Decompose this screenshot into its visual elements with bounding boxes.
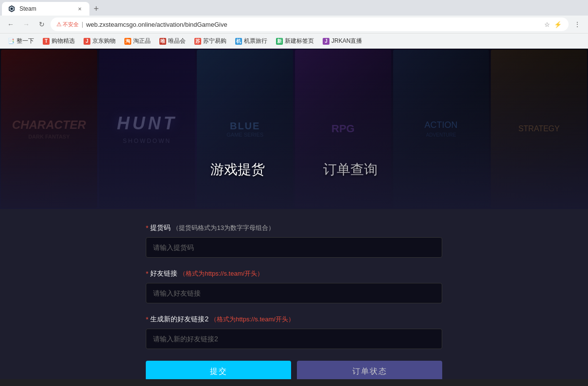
required-star-1: *: [146, 224, 148, 232]
button-row: 提交 订单状态: [146, 361, 442, 379]
tab-bar: Steam ✕ +: [0, 0, 588, 16]
bookmark-item[interactable]: 机 机票旅行: [231, 35, 271, 47]
label-main-2: 好友链接: [150, 269, 177, 278]
bookmark-item[interactable]: J JRKAN直播: [319, 35, 366, 47]
bookmark-favicon: J: [323, 38, 329, 45]
label-hint-1: （提货码格式为13为数字字母组合）: [173, 224, 274, 232]
pickup-code-group: * 提货码 （提货码格式为13为数字字母组合）: [146, 224, 442, 258]
label-hint-red-2: （格式为https://s.team/开头）: [179, 269, 263, 278]
bookmark-item[interactable]: 📑 整一下: [4, 35, 38, 47]
bookmark-item[interactable]: T 购物精选: [39, 35, 79, 47]
address-container[interactable]: ⚠ 不安全 | web.zxsteamcsgo.online/activatio…: [51, 18, 569, 31]
tab-close-button[interactable]: ✕: [76, 5, 84, 13]
nav-tab-pickup[interactable]: 游戏提货: [201, 156, 275, 184]
required-star-3: *: [146, 316, 148, 323]
pickup-code-input[interactable]: [146, 237, 442, 258]
bookmark-item[interactable]: 淘 淘正品: [121, 35, 155, 47]
address-icons: ☆ ⚡: [542, 19, 563, 29]
bookmark-icon[interactable]: ☆: [542, 19, 552, 29]
required-star-2: *: [146, 270, 148, 278]
address-bar-row: ← → ↻ ⚠ 不安全 | web.zxsteamcsgo.online/act…: [0, 16, 588, 33]
nav-tab-order[interactable]: 订单查询: [313, 156, 387, 184]
bookmark-favicon: 新: [276, 38, 283, 45]
bookmark-favicon: 📑: [8, 38, 15, 44]
bookmark-favicon: 唯: [159, 38, 166, 45]
svg-point-2: [11, 8, 13, 10]
bookmark-favicon: J: [84, 38, 90, 45]
pickup-code-label: * 提货码 （提货码格式为13为数字字母组合）: [146, 224, 442, 232]
address-divider: |: [82, 21, 83, 28]
friend-link-input[interactable]: [146, 283, 442, 303]
nav-tabs: 游戏提货 订单查询: [0, 49, 588, 184]
bookmark-favicon: 机: [235, 38, 242, 45]
friend-link-group: * 好友链接 （格式为https://s.team/开头）: [146, 269, 442, 303]
new-tab-button[interactable]: +: [89, 2, 103, 16]
address-text: web.zxsteamcsgo.online/activation/bindGa…: [86, 21, 539, 28]
tab-favicon: [8, 5, 16, 13]
extension-icon[interactable]: ⚡: [553, 19, 563, 29]
tab-title: Steam: [19, 5, 72, 12]
label-main-1: 提货码: [150, 224, 171, 232]
bookmark-favicon: 淘: [124, 38, 131, 45]
bookmark-item[interactable]: 苏 苏宁易购: [190, 35, 230, 47]
new-friend-link-label: * 生成新的好友链接2 （格式为https://s.team/开头）: [146, 315, 442, 324]
submit-button[interactable]: 提交: [146, 361, 291, 379]
label-main-3: 生成新的好友链接2: [150, 315, 208, 324]
warning-icon: ⚠: [56, 21, 62, 28]
new-friend-link-input[interactable]: [146, 329, 442, 349]
not-secure-indicator: ⚠ 不安全: [56, 21, 79, 28]
order-status-button[interactable]: 订单状态: [297, 361, 442, 379]
bookmark-item[interactable]: 唯 唯品会: [156, 35, 190, 47]
browser-chrome: Steam ✕ + ← → ↻ ⚠ 不安全 | web.zxsteamcsgo.…: [0, 0, 588, 49]
settings-button[interactable]: ⋮: [571, 18, 584, 31]
page-content: CHARACTER DARK FANTASY HUNT SHOWDOWN BLU…: [0, 49, 588, 379]
bookmark-favicon: 苏: [194, 38, 201, 45]
bookmark-item[interactable]: 新 新建标签页: [272, 35, 318, 47]
forward-button[interactable]: →: [19, 18, 33, 31]
refresh-button[interactable]: ↻: [35, 18, 49, 31]
browser-tab[interactable]: Steam ✕: [2, 2, 89, 16]
new-friend-link-group: * 生成新的好友链接2 （格式为https://s.team/开头）: [146, 315, 442, 349]
back-button[interactable]: ←: [4, 18, 17, 31]
bookmark-item[interactable]: J 京东购物: [80, 35, 120, 47]
form-inner: * 提货码 （提货码格式为13为数字字母组合） * 好友链接 （格式为https…: [136, 224, 452, 379]
bookmarks-bar: 📑 整一下 T 购物精选 J 京东购物 淘 淘正品 唯 唯品会 苏 苏宁易购 机…: [0, 33, 588, 49]
label-hint-red-3: （格式为https://s.team/开头）: [210, 315, 294, 324]
friend-link-label: * 好友链接 （格式为https://s.team/开头）: [146, 269, 442, 278]
form-area: * 提货码 （提货码格式为13为数字字母组合） * 好友链接 （格式为https…: [0, 209, 588, 379]
bookmark-favicon: T: [43, 38, 50, 45]
